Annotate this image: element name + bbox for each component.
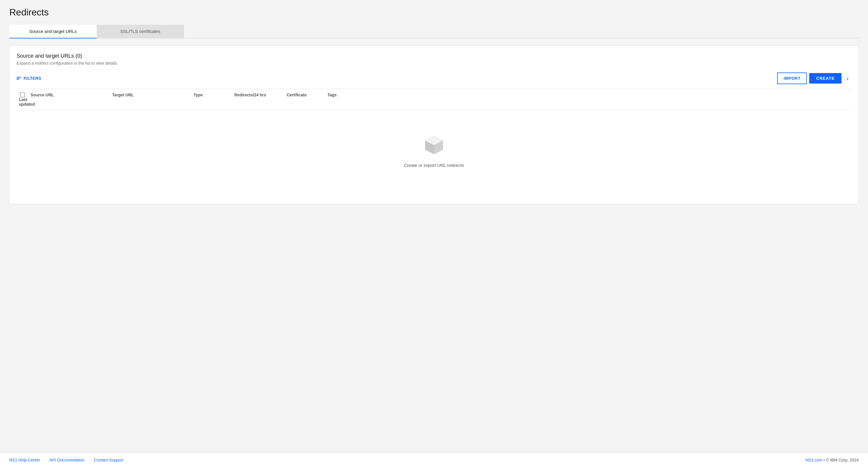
col-header-checkbox bbox=[17, 93, 28, 97]
import-button[interactable]: IMPORT bbox=[777, 72, 807, 84]
tab-ssl-tls[interactable]: SSL/TLS certificates bbox=[97, 25, 184, 38]
filters-icon bbox=[17, 77, 21, 80]
col-header-last-updated: Last updated bbox=[17, 97, 28, 106]
tabs-container: Source and target URLs SSL/TLS certifica… bbox=[9, 25, 859, 38]
col-header-source-url: Source URL bbox=[28, 93, 110, 97]
footer-copyright: NS1.com • © IBM Corp. 2024 bbox=[805, 458, 859, 462]
download-button[interactable]: ↓ bbox=[844, 73, 851, 84]
filters-label: FILTERS bbox=[24, 76, 41, 81]
download-icon: ↓ bbox=[846, 75, 849, 82]
footer-link-contact-support[interactable]: Contact Support bbox=[94, 458, 123, 462]
footer-link-api-docs[interactable]: API Documentation bbox=[50, 458, 85, 462]
col-header-type: Type bbox=[191, 93, 232, 97]
toolbar: FILTERS IMPORT CREATE ↓ bbox=[17, 72, 851, 84]
create-button[interactable]: CREATE bbox=[809, 73, 841, 84]
empty-cube-icon bbox=[422, 134, 446, 157]
toolbar-right: IMPORT CREATE ↓ bbox=[777, 72, 851, 84]
empty-state: Create or import URL redirects bbox=[17, 110, 851, 197]
col-header-tags: Tags bbox=[325, 93, 851, 97]
tab-source-target[interactable]: Source and target URLs bbox=[9, 25, 97, 38]
footer-link-ns1-help[interactable]: NS1 Help Center bbox=[9, 458, 40, 462]
select-all-checkbox[interactable] bbox=[20, 93, 25, 97]
footer-links: NS1 Help Center API Documentation Contac… bbox=[9, 458, 123, 462]
footer-copyright-text: • © IBM Corp. 2024 bbox=[822, 458, 859, 462]
footer: NS1 Help Center API Documentation Contac… bbox=[0, 453, 868, 467]
col-header-redirects: Redirects/24 hrs bbox=[232, 93, 284, 97]
card-subtitle: Expand a redirect configuration in the l… bbox=[17, 61, 851, 65]
table-wrapper: Source URL Target URL Type Redirects/24 … bbox=[17, 89, 851, 197]
footer-brand-link[interactable]: NS1.com bbox=[805, 458, 822, 462]
col-header-certificate: Certificate bbox=[284, 93, 325, 97]
page-title: Redirects bbox=[9, 7, 859, 18]
content-card: Source and target URLs (0) Expand a redi… bbox=[9, 45, 859, 204]
col-header-target-url: Target URL bbox=[110, 93, 191, 97]
empty-state-text: Create or import URL redirects bbox=[404, 163, 464, 168]
filters-button[interactable]: FILTERS bbox=[17, 76, 41, 81]
table-header: Source URL Target URL Type Redirects/24 … bbox=[17, 89, 851, 110]
card-header: Source and target URLs (0) Expand a redi… bbox=[17, 53, 851, 65]
card-title: Source and target URLs (0) bbox=[17, 53, 851, 59]
